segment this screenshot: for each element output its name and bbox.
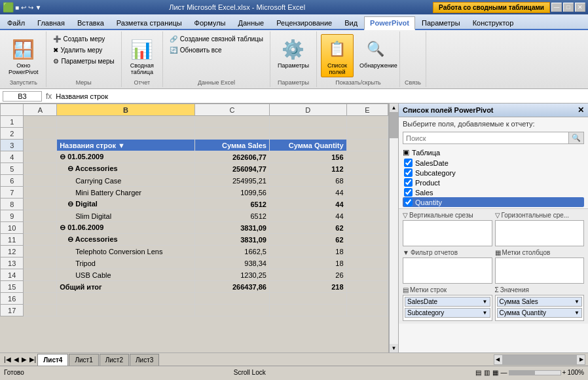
sheet-nav-prev[interactable]: ◀ xyxy=(12,356,20,363)
cell-reference-input[interactable] xyxy=(3,91,42,102)
cell-b5[interactable]: ⊖ Accessories xyxy=(57,163,195,175)
drop-zone-vertical-slices[interactable] xyxy=(403,220,492,246)
row-num-10[interactable]: 10 xyxy=(1,222,24,234)
cell-e14[interactable] xyxy=(346,269,388,281)
btn-window-powerpivot[interactable]: 🪟 ОкноPowerPivot xyxy=(5,34,42,77)
cell-a6[interactable] xyxy=(24,175,57,187)
cell-b4[interactable]: ⊖ 01.05.2009 xyxy=(57,151,195,163)
h-scroll-left[interactable]: ◀ xyxy=(494,356,501,362)
cell-e5[interactable] xyxy=(346,163,388,175)
sheet-nav-first[interactable]: |◀ xyxy=(3,356,12,363)
row-num-13[interactable]: 13 xyxy=(1,257,24,269)
drop-zone-item-salesdate[interactable]: SalesDate ▼ xyxy=(405,297,490,307)
tab-data[interactable]: Данные xyxy=(232,16,270,29)
cell-d11[interactable]: 62 xyxy=(269,234,346,246)
cell-d5[interactable]: 112 xyxy=(269,163,346,175)
cell-d1[interactable] xyxy=(269,116,346,128)
cell-b14[interactable]: USB Cable xyxy=(57,269,195,281)
cell-a11[interactable] xyxy=(24,234,57,246)
col-header-b[interactable]: B xyxy=(57,104,195,116)
zoom-out-btn[interactable]: — xyxy=(501,369,507,376)
zoom-in-btn[interactable]: + xyxy=(562,369,566,376)
cell-d7[interactable]: 44 xyxy=(269,187,346,199)
cell-c4[interactable]: 262606,77 xyxy=(194,151,269,163)
field-checkbox-quantity[interactable] xyxy=(404,198,413,206)
cell-d17[interactable] xyxy=(269,305,346,316)
horizontal-scrollbar[interactable]: ◀ ▶ xyxy=(494,354,585,365)
cell-c11[interactable]: 3831,09 xyxy=(194,234,269,246)
sheet-nav-last[interactable]: ▶| xyxy=(28,356,38,363)
cell-b1[interactable] xyxy=(57,116,195,128)
row-num-1[interactable]: 1 xyxy=(1,116,24,128)
field-checkbox-subcategory[interactable] xyxy=(404,168,413,177)
cell-b10[interactable]: ⊖ 01.06.2009 xyxy=(57,222,195,234)
dzi-salesdate-arrow[interactable]: ▼ xyxy=(483,299,488,305)
btn-delete-measure[interactable]: ✖ Удалить меру xyxy=(50,45,117,55)
row-num-17[interactable]: 17 xyxy=(1,305,24,316)
h-scroll-thumb[interactable] xyxy=(502,355,577,364)
dzi-suma-quantity-arrow[interactable]: ▼ xyxy=(574,310,579,316)
btn-detect[interactable]: 🔍 Обнаружение xyxy=(356,34,395,71)
cell-b3-pivot-header[interactable]: Названия строк ▼ xyxy=(57,140,195,151)
cell-b11[interactable]: ⊖ Accessories xyxy=(57,234,195,246)
cell-a9[interactable] xyxy=(24,210,57,222)
dzi-suma-sales-arrow[interactable]: ▼ xyxy=(574,299,579,305)
cell-c15[interactable]: 266437,86 xyxy=(194,281,269,293)
vertical-scrollbar[interactable]: ▲ ▼ xyxy=(389,104,398,352)
tab-view[interactable]: Вид xyxy=(339,16,363,29)
cell-d8[interactable]: 44 xyxy=(269,199,346,210)
field-checkbox-product[interactable] xyxy=(404,178,413,187)
btn-create-measure[interactable]: ➕ Создать меру xyxy=(50,34,117,44)
zoom-slider[interactable] xyxy=(509,370,561,375)
cell-d6[interactable]: 68 xyxy=(269,175,346,187)
cell-b6[interactable]: Carrying Case xyxy=(57,175,195,187)
cell-e10[interactable] xyxy=(346,222,388,234)
search-input[interactable] xyxy=(403,132,568,143)
cell-d15[interactable]: 218 xyxy=(269,281,346,293)
tab-constructor[interactable]: Конструктор xyxy=(467,16,520,29)
row-num-9[interactable]: 9 xyxy=(1,210,24,222)
drop-zone-filter[interactable] xyxy=(403,257,492,284)
cell-a14[interactable] xyxy=(24,269,57,281)
drop-zone-values[interactable]: Сумма Sales ▼ Сумма Quantity ▼ xyxy=(495,295,585,321)
maximize-btn[interactable]: □ xyxy=(563,3,574,12)
row-num-14[interactable]: 14 xyxy=(1,269,24,281)
field-checkbox-sales[interactable] xyxy=(404,188,413,197)
expand-table-icon[interactable]: ▣ xyxy=(403,148,409,157)
sheet-nav-next[interactable]: ▶ xyxy=(20,356,28,363)
cell-a3[interactable] xyxy=(24,140,57,151)
cell-b12[interactable]: Telephoto Conversion Lens xyxy=(57,246,195,257)
cell-a15[interactable] xyxy=(24,281,57,293)
formula-input[interactable] xyxy=(56,92,585,100)
cell-c2[interactable] xyxy=(194,128,269,140)
cell-a5[interactable] xyxy=(24,163,57,175)
cell-c1[interactable] xyxy=(194,116,269,128)
cell-b17[interactable] xyxy=(57,305,195,316)
scroll-thumb[interactable] xyxy=(390,112,398,138)
sheet-tab-lист2[interactable]: Лист2 xyxy=(100,354,129,366)
cell-c17[interactable] xyxy=(194,305,269,316)
cell-c16[interactable] xyxy=(194,293,269,305)
tab-formulas[interactable]: Формулы xyxy=(189,16,232,29)
cell-a2[interactable] xyxy=(24,128,57,140)
field-item-quantity[interactable]: Quantity xyxy=(403,197,584,207)
btn-pivot-table[interactable]: 📊 Своднаятаблица xyxy=(126,34,158,77)
field-item-salesdate[interactable]: SalesDate xyxy=(403,158,584,168)
row-num-12[interactable]: 12 xyxy=(1,246,24,257)
btn-field-list[interactable]: 📋 Списокполей xyxy=(321,34,354,77)
cell-d10[interactable]: 62 xyxy=(269,222,346,234)
cell-c10[interactable]: 3831,09 xyxy=(194,222,269,234)
cell-e13[interactable] xyxy=(346,257,388,269)
cell-d2[interactable] xyxy=(269,128,346,140)
cell-c6[interactable]: 254995,21 xyxy=(194,175,269,187)
cell-c7[interactable]: 1099,56 xyxy=(194,187,269,199)
row-num-15[interactable]: 15 xyxy=(1,281,24,293)
cell-b16[interactable] xyxy=(57,293,195,305)
cell-e17[interactable] xyxy=(346,305,388,316)
cell-e4[interactable] xyxy=(346,151,388,163)
row-num-11[interactable]: 11 xyxy=(1,234,24,246)
btn-parameters[interactable]: ⚙️ Параметры xyxy=(274,34,312,71)
sheet-tab-lист4[interactable]: Лист4 xyxy=(37,354,68,366)
cell-c14[interactable]: 1230,25 xyxy=(194,269,269,281)
cell-e8[interactable] xyxy=(346,199,388,210)
